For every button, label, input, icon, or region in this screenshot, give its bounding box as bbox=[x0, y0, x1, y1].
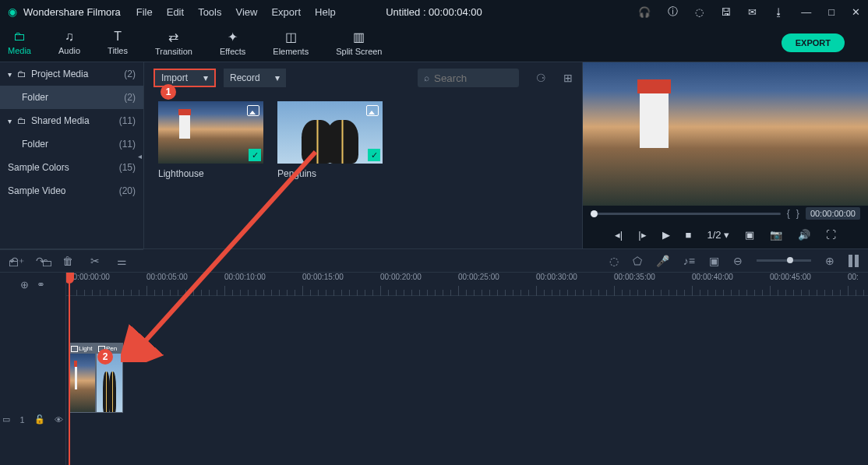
render-icon[interactable]: ◌ bbox=[609, 255, 619, 267]
timeline-tracks[interactable]: 00:00:00:0000:00:05:0000:00:10:0000:00:1… bbox=[66, 273, 868, 465]
window-controls: 🎧 ⓘ ◌ 🖫 ✉ ⭳ — □ ✕ bbox=[638, 5, 860, 19]
new-folder-icon[interactable]: 🗀⁺ bbox=[8, 256, 24, 269]
download-icon[interactable]: ⭳ bbox=[774, 6, 784, 18]
folder-icon[interactable]: 🗀 bbox=[41, 256, 52, 269]
save-icon[interactable]: 🖫 bbox=[721, 6, 731, 18]
menu-help[interactable]: Help bbox=[315, 6, 336, 18]
step-back-icon[interactable]: |▸ bbox=[638, 229, 646, 241]
picture-icon[interactable]: ▣ bbox=[709, 255, 719, 267]
fullscreen-icon[interactable]: ⛶ bbox=[826, 229, 836, 241]
link-icon[interactable]: ⚭ bbox=[37, 279, 45, 291]
playhead[interactable] bbox=[69, 273, 70, 465]
minimize-icon[interactable]: — bbox=[801, 6, 811, 18]
media-browser: ◂ Import▾ Record▾ ⌕ ⚆ ⊞ ✓ Lighthouse ✓ P… bbox=[144, 62, 582, 248]
filter-icon[interactable]: ⚆ bbox=[536, 72, 546, 84]
zoom-out-icon[interactable]: ⊖ bbox=[733, 255, 743, 267]
clip-lighthouse[interactable]: Light bbox=[69, 343, 96, 413]
maximize-icon[interactable]: □ bbox=[828, 6, 834, 18]
sidebar-item-shared-media[interactable]: ▾🗀Shared Media(11) bbox=[0, 109, 143, 132]
play-icon[interactable]: ▶ bbox=[662, 229, 670, 241]
zoom-in-icon[interactable]: ⊕ bbox=[825, 255, 834, 267]
visibility-icon[interactable]: 👁 bbox=[55, 415, 63, 424]
transition-icon: ⇄ bbox=[168, 30, 178, 44]
ruler-mark: 00:00:15:00 bbox=[302, 273, 344, 281]
search-input[interactable]: ⌕ bbox=[418, 69, 519, 87]
sidebar-item-sample-colors[interactable]: Sample Colors(15) bbox=[0, 156, 143, 179]
menu-export[interactable]: Export bbox=[271, 6, 301, 18]
export-button[interactable]: EXPORT bbox=[782, 33, 845, 52]
timeline-clips: Light Pen bbox=[69, 343, 123, 413]
sidebar-item-project-media[interactable]: ▾🗀Project Media(2) bbox=[0, 62, 143, 86]
grid-view-icon[interactable]: ⊞ bbox=[563, 72, 573, 84]
preview-panel: { } 00:00:00:00 ◂| |▸ ▶ ■ 1/2 ▾ ▣ 📷 🔊 ⛶ bbox=[582, 62, 868, 248]
mark-out-icon[interactable]: } bbox=[796, 208, 799, 219]
lock-icon[interactable]: 🔓 bbox=[34, 414, 45, 424]
track-type-icon: ▭ bbox=[2, 414, 10, 424]
sidebar-item-sample-video[interactable]: Sample Video(20) bbox=[0, 179, 143, 203]
audio-mixer-icon[interactable]: ♪≡ bbox=[683, 255, 695, 267]
title-bar: ◉ Wondershare Filmora File Edit Tools Vi… bbox=[0, 0, 868, 23]
support-icon[interactable]: 🎧 bbox=[638, 6, 651, 18]
menu-view[interactable]: View bbox=[235, 6, 257, 18]
prev-frame-icon[interactable]: ◂| bbox=[615, 229, 623, 241]
import-dropdown[interactable]: Import▾ bbox=[153, 69, 216, 87]
media-toolbar: Import▾ Record▾ ⌕ ⚆ ⊞ bbox=[144, 62, 582, 93]
preview-scrubber[interactable] bbox=[591, 213, 781, 215]
ruler-mark: 00:00:00:00 bbox=[69, 273, 110, 281]
mark-in-icon[interactable]: { bbox=[787, 208, 790, 219]
ruler-mark: 00:00:20:00 bbox=[380, 273, 422, 281]
media-thumb-penguins[interactable]: ✓ Penguins bbox=[277, 101, 383, 179]
crop-icon[interactable]: ▣ bbox=[745, 229, 754, 241]
menu-bar: File Edit Tools View Export Help bbox=[136, 6, 336, 18]
sidebar-item-folder2[interactable]: Folder(11) bbox=[0, 132, 143, 156]
mode-tabs: 🗀Media ♫Audio TTitles ⇄Transition ✦Effec… bbox=[0, 23, 868, 62]
add-track-icon[interactable]: ⊕ bbox=[20, 279, 29, 291]
preview-viewport[interactable] bbox=[583, 62, 868, 206]
voiceover-icon[interactable]: 🎤 bbox=[656, 255, 669, 267]
tab-audio[interactable]: ♫Audio bbox=[58, 30, 80, 55]
tab-split-screen[interactable]: ▥Split Screen bbox=[336, 30, 382, 56]
annotation-marker-1: 1 bbox=[161, 84, 176, 100]
zoom-slider[interactable] bbox=[757, 259, 811, 262]
search-icon: ⌕ bbox=[424, 72, 429, 83]
track-header-video1[interactable]: ▭ 1 🔓 👁 bbox=[0, 374, 65, 465]
stop-icon[interactable]: ■ bbox=[686, 229, 692, 241]
close-icon[interactable]: ✕ bbox=[852, 6, 860, 18]
timeline-ruler[interactable]: 00:00:00:0000:00:05:0000:00:10:0000:00:1… bbox=[66, 273, 868, 296]
info-icon[interactable]: ⓘ bbox=[668, 5, 678, 19]
ruler-mark: 00:00:10:00 bbox=[224, 273, 266, 281]
marker-icon[interactable]: ⬠ bbox=[633, 255, 642, 267]
document-title: Untitled : 00:00:04:00 bbox=[386, 6, 482, 18]
menu-edit[interactable]: Edit bbox=[167, 6, 184, 18]
folder-icon: 🗀 bbox=[17, 69, 26, 79]
ruler-mark: 00:00:30:00 bbox=[536, 273, 577, 281]
volume-icon[interactable]: 🔊 bbox=[798, 229, 810, 241]
tab-transition[interactable]: ⇄Transition bbox=[155, 30, 192, 56]
tab-titles[interactable]: TTitles bbox=[108, 30, 128, 55]
text-icon: T bbox=[114, 30, 122, 44]
sidebar-item-folder[interactable]: Folder(2) bbox=[0, 86, 143, 109]
menu-tools[interactable]: Tools bbox=[198, 6, 221, 18]
annotation-marker-2: 2 bbox=[97, 349, 113, 365]
split-icon: ▥ bbox=[353, 30, 365, 44]
music-icon: ♫ bbox=[65, 30, 74, 44]
account-icon[interactable]: ◌ bbox=[695, 6, 704, 18]
media-thumb-lighthouse[interactable]: ✓ Lighthouse bbox=[158, 101, 263, 179]
collapse-sidebar-icon[interactable]: ◂ bbox=[138, 151, 142, 160]
image-icon bbox=[366, 105, 379, 116]
thumbnail-grid: ✓ Lighthouse ✓ Penguins bbox=[144, 93, 582, 187]
tab-effects[interactable]: ✦Effects bbox=[220, 30, 245, 56]
ruler-mark: 00:00:45:00 bbox=[770, 273, 811, 281]
menu-file[interactable]: File bbox=[136, 6, 153, 18]
mail-icon[interactable]: ✉ bbox=[748, 6, 757, 18]
tab-media[interactable]: 🗀Media bbox=[8, 30, 31, 55]
zoom-fit-icon[interactable] bbox=[849, 255, 859, 267]
app-title: Wondershare Filmora bbox=[23, 6, 121, 18]
tab-elements[interactable]: ◫Elements bbox=[273, 30, 309, 56]
snapshot-icon[interactable]: 📷 bbox=[770, 229, 782, 241]
check-icon: ✓ bbox=[249, 149, 261, 161]
record-dropdown[interactable]: Record▾ bbox=[224, 69, 286, 87]
chevron-down-icon: ▾ bbox=[203, 72, 208, 83]
chevron-down-icon: ▾ bbox=[8, 70, 17, 79]
playback-speed[interactable]: 1/2 ▾ bbox=[707, 229, 729, 241]
